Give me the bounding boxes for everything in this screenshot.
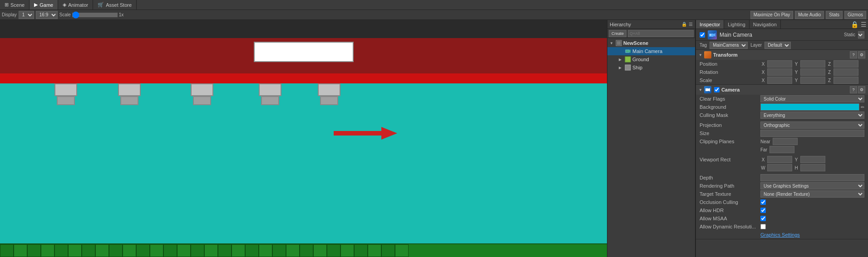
grass-tile: [272, 244, 286, 257]
clear-flags-select[interactable]: Solid Color: [760, 95, 864, 102]
scale-label: Scale: [59, 12, 71, 17]
allow-hdr-checkbox[interactable]: [760, 208, 766, 213]
grass-tile: [368, 244, 381, 257]
hierarchy-scene[interactable]: ▼ NewScene: [607, 39, 695, 47]
stats-button[interactable]: Stats: [826, 11, 843, 19]
tab-asset-store[interactable]: 🛒 Asset Store: [93, 0, 137, 10]
turret-top: [318, 83, 340, 96]
position-y-label: Y: [794, 62, 799, 67]
background-pencil-icon[interactable]: ✏: [861, 105, 864, 110]
occlusion-culling-checkbox[interactable]: [760, 199, 766, 205]
aspect-select[interactable]: 16:9: [36, 11, 58, 19]
object-active-checkbox[interactable]: [700, 32, 705, 38]
allow-hdr-row: Allow HDR: [696, 206, 868, 214]
rotation-y-input[interactable]: 0: [800, 68, 825, 76]
allow-hdr-value: [760, 208, 864, 213]
hierarchy-menu-btn[interactable]: ☰: [689, 22, 693, 27]
static-label: Static: [844, 32, 855, 37]
svg-rect-10: [705, 88, 709, 91]
allow-hdr-label: Allow HDR: [700, 208, 759, 213]
hierarchy-create-button[interactable]: Create: [609, 30, 626, 37]
game-dark-top: [0, 20, 607, 38]
position-value: X 0 Y 0 Z -10: [760, 60, 864, 68]
rendering-path-select[interactable]: Use Graphics Settings: [760, 182, 864, 189]
graphics-settings-row: Graphics Settings: [696, 231, 868, 239]
scale-slider[interactable]: [72, 13, 118, 17]
turret-2: [118, 83, 141, 105]
maximize-on-play-button[interactable]: Maximize On Play: [750, 11, 794, 19]
transform-help-btn[interactable]: ?: [850, 51, 857, 58]
rotation-x-input[interactable]: 0: [767, 68, 792, 76]
inspector-menu-icon[interactable]: ☰: [859, 20, 868, 29]
near-input[interactable]: 0.3: [773, 138, 798, 145]
rotation-z-label: Z: [827, 70, 832, 75]
tab-animator[interactable]: ◈ Animator: [58, 0, 93, 10]
grass-tile: [300, 244, 313, 257]
scale-row: Scale X 1 Y 1 Z 1: [696, 76, 868, 84]
asset-store-icon: 🛒: [98, 2, 104, 8]
depth-row: Depth -1: [696, 174, 868, 182]
rendering-path-value: Use Graphics Settings: [760, 182, 864, 189]
inspector-lock-icon[interactable]: 🔒: [850, 20, 859, 29]
tab-navigation[interactable]: Navigation: [750, 20, 781, 29]
size-input[interactable]: 5: [760, 130, 864, 137]
projection-select[interactable]: Orthographic: [760, 121, 864, 129]
camera-help-btn[interactable]: ?: [850, 86, 857, 93]
allow-dynamic-value: [760, 224, 864, 229]
position-x-input[interactable]: 0: [767, 60, 792, 68]
camera-gear-btn[interactable]: ⚙: [858, 86, 865, 93]
camera-active-checkbox[interactable]: [714, 87, 720, 92]
position-row: Position X 0 Y 0 Z -10: [696, 60, 868, 68]
gizmos-button[interactable]: Gizmos: [844, 11, 866, 19]
culling-mask-select[interactable]: Everything: [760, 112, 864, 119]
target-texture-select[interactable]: None (Render Texture): [760, 190, 864, 198]
grass-tile: [340, 244, 354, 257]
viewport-h-label: H: [794, 165, 799, 170]
tag-select[interactable]: MainCamera: [710, 42, 748, 49]
display-label: Display: [2, 12, 17, 17]
allow-dynamic-checkbox[interactable]: [760, 224, 766, 229]
transform-gear-btn[interactable]: ⚙: [858, 51, 865, 58]
tab-game[interactable]: ▶ Game: [30, 0, 58, 10]
viewport-w-input[interactable]: 1: [767, 164, 792, 171]
grass-tile: [150, 244, 163, 257]
layer-select[interactable]: Default: [764, 42, 791, 49]
hierarchy-item-main-camera[interactable]: Main Camera: [607, 47, 695, 55]
rotation-z-input[interactable]: 0: [833, 68, 858, 76]
hierarchy-lock-btn[interactable]: 🔒: [681, 22, 687, 27]
scale-z-input[interactable]: 1: [833, 77, 858, 84]
scale-z-label: Z: [827, 78, 832, 83]
camera-buttons: ? ⚙: [850, 86, 865, 93]
viewport-y-input[interactable]: 0: [800, 156, 825, 163]
display-select[interactable]: 1: [19, 11, 34, 19]
static-dropdown[interactable]: ▾: [858, 31, 864, 39]
inspector-object-name: Main Camera: [720, 32, 841, 38]
viewport-h-input[interactable]: 1: [800, 164, 825, 171]
grass-tile: [245, 244, 259, 257]
far-input[interactable]: 1000: [769, 146, 794, 153]
hierarchy-search-input[interactable]: [628, 30, 694, 37]
tab-scene[interactable]: ⊞ Scene: [0, 0, 30, 10]
hierarchy-item-ground[interactable]: ▶ Ground: [607, 55, 695, 63]
tab-inspector[interactable]: Inspector: [696, 20, 724, 29]
hierarchy-item-ship[interactable]: ▶ Ship: [607, 63, 695, 72]
position-z-label: Z: [827, 62, 832, 67]
depth-input[interactable]: -1: [760, 174, 864, 181]
viewport-x-input[interactable]: 0: [767, 156, 792, 163]
scale-value: X 1 Y 1 Z 1: [760, 77, 864, 84]
occlusion-culling-value: [760, 199, 864, 205]
tab-lighting[interactable]: Lighting: [724, 20, 750, 29]
scale-x-input[interactable]: 1: [767, 77, 792, 84]
rotation-value: X 0 Y 0 Z 0: [760, 68, 864, 76]
background-color-swatch[interactable]: [760, 103, 859, 111]
graphics-settings-link[interactable]: Graphics Settings: [760, 232, 800, 238]
transform-header[interactable]: ▼ Transform ? ⚙: [696, 50, 868, 60]
camera-header[interactable]: ▼ Camera ? ⚙: [696, 85, 868, 95]
scale-y-input[interactable]: 1: [800, 77, 825, 84]
allow-msaa-checkbox[interactable]: [760, 216, 766, 221]
position-z-input[interactable]: -10: [833, 60, 858, 68]
rotation-x-label: X: [760, 70, 766, 75]
mute-audio-button[interactable]: Mute Audio: [795, 11, 824, 19]
scale-value: 1x: [119, 12, 124, 17]
position-y-input[interactable]: 0: [800, 60, 825, 68]
